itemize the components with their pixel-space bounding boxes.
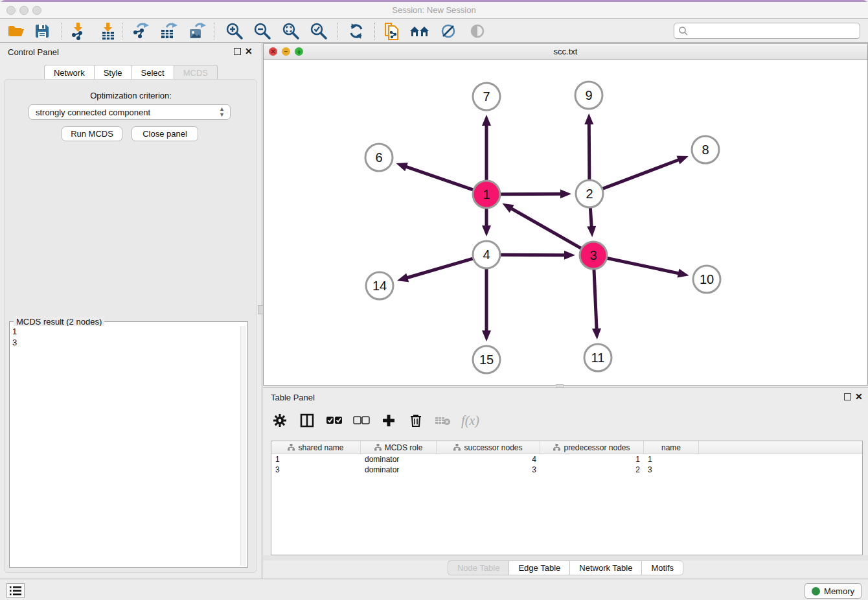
column-header-name[interactable]: name [644,441,699,454]
zoom-in-icon[interactable] [223,21,246,41]
graph-edge-4-3[interactable] [501,255,565,255]
show-hidden-icon[interactable] [466,21,488,41]
clone-network-icon[interactable] [381,21,403,41]
float-panel-icon[interactable] [234,48,241,55]
export-table-icon[interactable] [158,21,180,41]
table-cell[interactable]: 3 [437,465,540,475]
tab-edge-table[interactable]: Edge Table [508,560,569,575]
import-network-icon[interactable] [67,21,89,41]
graph-node-6[interactable]: 6 [365,144,393,171]
zoom-fit-icon[interactable] [280,21,302,41]
graph-edge-3-10[interactable] [608,259,680,274]
graph-edge-1-2[interactable] [501,194,562,194]
tab-motifs[interactable]: Motifs [641,560,683,575]
svg-text:7: 7 [483,89,490,104]
graph-node-4[interactable]: 4 [473,241,500,268]
function-builder-icon[interactable]: f(x) [461,411,479,430]
graph-edge-1-6[interactable] [405,167,474,190]
zoom-out-icon[interactable] [251,21,273,41]
table-cell[interactable]: 1 [540,454,644,465]
column-header-shared-name[interactable]: shared name [271,441,361,454]
hierarchy-icon [288,444,295,451]
table-tabs: Node TableEdge TableNetwork TableMotifs [263,560,868,575]
graph-edge-2-8[interactable] [603,159,680,189]
column-header-successor-nodes[interactable]: successor nodes [437,441,540,454]
float-table-panel-icon[interactable] [844,393,851,400]
close-panel-icon[interactable]: ✕ [245,47,253,56]
table-cell[interactable]: 3 [644,465,699,475]
network-window-titlebar[interactable]: ✕ − ＋ scc.txt [264,44,867,60]
export-image-icon[interactable] [187,21,209,41]
tab-node-table[interactable]: Node Table [448,560,509,575]
graph-node-10[interactable]: 10 [693,266,720,293]
toolbar-separator [214,23,214,40]
zoom-selected-icon[interactable] [308,21,330,41]
table-row[interactable]: 3dominator323 [271,465,862,475]
status-bar: Memory [0,579,868,600]
memory-button[interactable]: Memory [805,583,862,599]
table-cell[interactable]: 1 [271,454,361,465]
first-neighbors-icon[interactable] [409,21,431,41]
optimization-criterion-dropdown[interactable]: strongly connected component ▲▼ [29,104,231,120]
delete-table-icon[interactable] [434,411,452,430]
search-box[interactable] [674,23,860,39]
table-cell[interactable]: 4 [437,454,540,465]
table-cell[interactable]: dominator [361,454,437,465]
column-header-MCDS-role[interactable]: MCDS role [361,441,437,454]
delete-columns-icon[interactable] [407,411,425,430]
graph-edge-4-14[interactable] [406,259,473,278]
mcds-result-list[interactable]: 13 [12,326,240,566]
select-all-columns-icon[interactable] [325,411,343,430]
graph-node-11[interactable]: 11 [584,344,611,371]
table-row[interactable]: 1dominator411 [271,454,862,465]
close-panel-button[interactable]: Close panel [131,126,198,141]
svg-text:1: 1 [483,187,490,202]
graph-edge-2-3[interactable] [590,208,591,227]
hide-selected-icon[interactable] [437,21,459,41]
export-network-icon[interactable] [130,21,152,41]
graph-node-8[interactable]: 8 [692,136,719,163]
svg-text:2: 2 [586,187,593,201]
graph-edge-3-1[interactable] [510,208,581,248]
graph-node-1[interactable]: 1 [473,181,500,208]
table-options-icon[interactable] [271,411,289,430]
tab-network-table[interactable]: Network Table [569,560,641,575]
close-table-panel-icon[interactable]: ✕ [855,392,863,401]
network-canvas[interactable]: 7968124314101511 [264,60,867,385]
graph-node-3[interactable]: 3 [580,242,607,269]
graph-edge-3-11[interactable] [594,270,597,330]
search-input[interactable] [689,25,860,38]
table-toolbar: f(x) [271,410,479,432]
table-rows: 1dominator4113dominator323 [271,454,862,475]
main-toolbar [0,19,868,43]
graph-arrowhead-1-6 [396,163,407,171]
refresh-layout-icon[interactable] [345,21,367,41]
column-header-predecessor-nodes[interactable]: predecessor nodes [540,441,644,454]
svg-text:3: 3 [589,248,597,262]
table-cell[interactable]: dominator [361,465,437,475]
graph-node-15[interactable]: 15 [473,346,500,373]
result-scrollbar[interactable] [240,326,246,566]
table-cell[interactable]: 2 [540,465,644,475]
graph-node-14[interactable]: 14 [366,272,393,299]
import-table-icon[interactable] [97,21,119,41]
graph-arrowhead-1-4 [482,225,491,237]
graph-arrowhead-3-10 [678,269,689,278]
table-cell[interactable]: 3 [271,465,361,475]
save-session-icon[interactable] [31,21,53,41]
column-header-label: predecessor nodes [564,443,630,452]
graph-node-7[interactable]: 7 [473,83,500,110]
open-session-icon[interactable] [5,21,27,41]
table-cell[interactable]: 1 [644,454,699,465]
graph-arrowhead-2-9 [584,113,593,124]
unselect-all-columns-icon[interactable] [352,411,371,430]
run-mcds-button[interactable]: Run MCDS [62,126,122,141]
hierarchy-icon [453,444,461,451]
graph-node-2[interactable]: 2 [576,180,603,207]
show-column-panel-icon[interactable] [298,411,316,430]
graph-edge-2-9[interactable] [589,123,589,179]
graph-node-9[interactable]: 9 [575,82,602,109]
task-history-button[interactable] [6,583,25,598]
svg-text:15: 15 [479,352,494,367]
add-column-icon[interactable] [380,411,398,430]
